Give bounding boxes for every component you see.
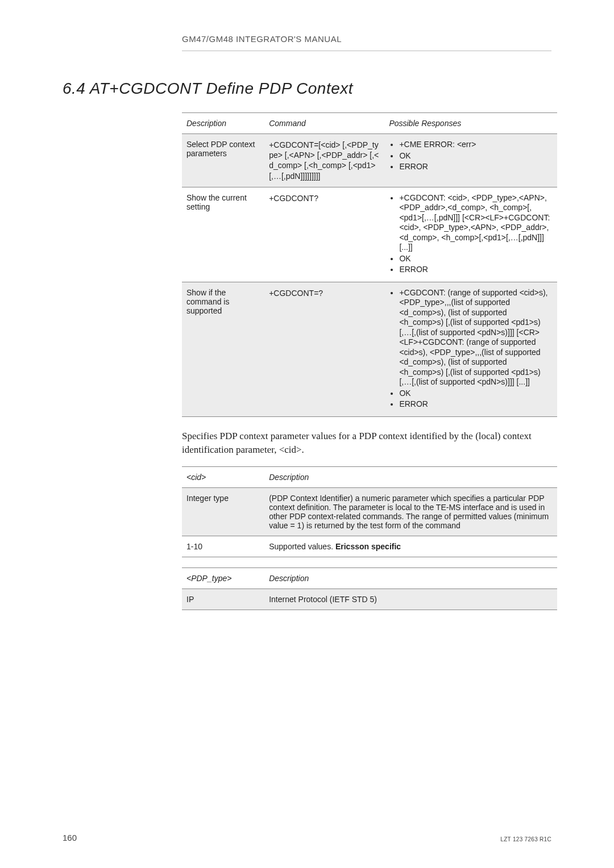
param-header-key: <cid> — [182, 467, 264, 488]
cell-responses: +CME ERROR: <err>OKERROR — [384, 134, 557, 187]
th-description: Description — [182, 113, 264, 134]
response-item: ERROR — [399, 265, 553, 275]
param-val: (PDP Context Identifier) a numeric param… — [264, 488, 557, 536]
param-key: Integer type — [182, 488, 264, 536]
response-item: OK — [399, 254, 553, 264]
cell-command: +CGDCONT? — [264, 187, 384, 282]
response-item: +CGDCONT: (range of supported <cid>s), <… — [399, 288, 553, 387]
param-row: 1-10Supported values. Ericsson specific — [182, 536, 557, 557]
running-head: GM47/GM48 INTEGRATOR'S MANUAL — [182, 34, 551, 44]
table-row: Show the current setting+CGDCONT?+CGDCON… — [182, 187, 557, 282]
param-header-val: Description — [264, 568, 557, 589]
response-item: ERROR — [399, 399, 553, 410]
param-row: Integer type(PDP Context Identifier) a n… — [182, 488, 557, 536]
cell-command: +CGDCONT=[<cid> [,<PDP_type> [,<APN> [,<… — [264, 134, 384, 187]
body-text: Specifies PDP context parameter values f… — [182, 429, 557, 457]
top-rule — [182, 51, 551, 51]
page-number: 160 — [63, 833, 77, 842]
cell-command: +CGDCONT=? — [264, 282, 384, 416]
section-title: 6.4 AT+CGDCONT Define PDP Context — [63, 80, 551, 98]
cell-responses: +CGDCONT: (range of supported <cid>s), <… — [384, 282, 557, 416]
param-table: <cid>DescriptionInteger type(PDP Context… — [182, 466, 557, 557]
param-header-val: Description — [264, 467, 557, 488]
response-item: OK — [399, 389, 553, 399]
cell-description: Show if the command is supported — [182, 282, 264, 416]
cell-responses: +CGDCONT: <cid>, <PDP_type>,<APN>, <PDP_… — [384, 187, 557, 282]
param-key: 1-10 — [182, 536, 264, 557]
param-row: IPInternet Protocol (IETF STD 5) — [182, 589, 557, 610]
table-row: Select PDP context parameters+CGDCONT=[<… — [182, 134, 557, 187]
command-table: Description Command Possible Responses S… — [182, 112, 557, 417]
param-key: IP — [182, 589, 264, 610]
response-item: OK — [399, 151, 553, 161]
response-item: +CGDCONT: <cid>, <PDP_type>,<APN>, <PDP_… — [399, 193, 553, 253]
th-command: Command — [264, 113, 384, 134]
table-row: Show if the command is supported+CGDCONT… — [182, 282, 557, 416]
cell-description: Show the current setting — [182, 187, 264, 282]
response-item: +CME ERROR: <err> — [399, 140, 553, 150]
param-val: Internet Protocol (IETF STD 5) — [264, 589, 557, 610]
th-responses: Possible Responses — [384, 113, 557, 134]
param-val: Supported values. Ericsson specific — [264, 536, 557, 557]
footer-right: LZT 123 7263 R1C — [500, 836, 551, 842]
response-item: ERROR — [399, 162, 553, 172]
param-table: <PDP_type>DescriptionIPInternet Protocol… — [182, 567, 557, 610]
cell-description: Select PDP context parameters — [182, 134, 264, 187]
param-header-key: <PDP_type> — [182, 568, 264, 589]
